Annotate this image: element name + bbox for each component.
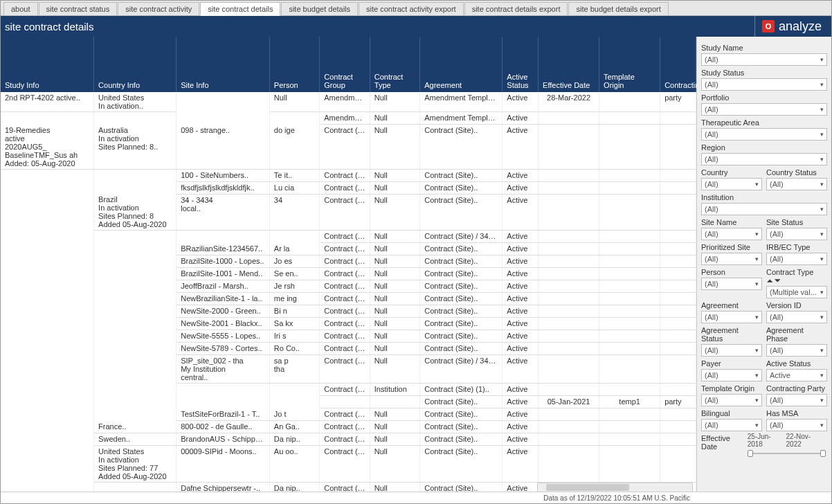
filter-select-therapeutic-area[interactable]: (All)▾ [701, 128, 827, 141]
cell-party [660, 318, 696, 330]
table-row[interactable]: Contract (Site)..Active05-Jan-2021temp1p… [1, 396, 696, 408]
cell-eff [539, 112, 599, 125]
table-row[interactable]: Contract (Site)..InstitutionContract (Si… [1, 384, 696, 396]
filter-select-prioritized-site[interactable]: (All)▾ [701, 253, 762, 265]
table-row[interactable]: 100 - SiteNumbers..Te it..Contract (Si..… [1, 169, 696, 181]
cell-party [660, 169, 696, 181]
cell-cg: Contract (Si.. [320, 446, 370, 483]
filter-label: Region [701, 143, 827, 152]
cell-eff: 05-Jan-2021 [539, 396, 599, 408]
table-row[interactable]: NewSite-5789 - Cortes..Ro Co..Contract (… [1, 343, 696, 355]
page-title: site contract details [1, 21, 754, 33]
cell-site [177, 231, 270, 243]
filter-select-agreement-phase[interactable]: (All)▾ [766, 344, 827, 357]
table-row[interactable]: JeoffBrazil - Marsh..Je rshContract (Si.… [1, 280, 696, 293]
tab-site-budget-details[interactable]: site budget details [281, 2, 358, 15]
status-text: Data as of 12/19/2022 10:05:51 AM U.S. P… [543, 494, 690, 502]
filter-select-person[interactable]: (All)▾ [701, 278, 762, 290]
tab-site-budget-details-export[interactable]: site budget details export [568, 2, 668, 15]
cell-country: Australia In activation Sites Planned: 8… [94, 125, 177, 170]
filter-select-study-name[interactable]: (All)▾ [701, 53, 827, 66]
filter-select-template-origin[interactable]: (All)▾ [701, 394, 762, 406]
table-row[interactable]: TestSiteForBrazil-1 - T..Jo tContract (S… [1, 408, 696, 421]
cell-agr: Contract (Site).. [420, 330, 503, 343]
table-row[interactable]: NewSite-2001 - Blackx..Sa kxContract (Si… [1, 318, 696, 330]
cell-tmpl [599, 231, 660, 243]
column-header[interactable]: Contracting [660, 37, 696, 92]
effective-date-slider[interactable]: 25-Jun-201822-Nov-2022 [746, 433, 827, 458]
tab-site-contract-status[interactable]: site contract status [39, 2, 118, 15]
cell-country [94, 243, 177, 255]
table-row[interactable]: Brazil In activation Sites Planned: 8 Ad… [1, 194, 696, 231]
cell-study: 2nd RPT-4202 active.. [1, 92, 94, 112]
cell-active: Active [503, 268, 539, 280]
analyze-button[interactable]: O analyze [754, 16, 831, 37]
filter-select-country-status[interactable]: (All)▾ [766, 178, 827, 190]
column-header[interactable]: Site Info [177, 37, 270, 92]
filter-select-irb-ec-type[interactable]: (All)▾ [766, 253, 827, 265]
column-header[interactable]: Effective Date [539, 37, 599, 92]
column-header[interactable]: Contract Type [370, 37, 419, 92]
column-header[interactable]: Agreement [420, 37, 503, 92]
column-header[interactable]: Country Info [94, 37, 177, 92]
filter-select-bilingual[interactable]: (All)▾ [701, 419, 762, 431]
filter-select-has-msa[interactable]: (All)▾ [766, 419, 827, 431]
filter-select-contracting-party[interactable]: (All)▾ [766, 394, 827, 406]
table-row[interactable]: NewSite-2000 - Green..Bi nContract (Si..… [1, 305, 696, 318]
table-row[interactable]: Sweden..BrandonAUS - Schipper..Da nip..C… [1, 433, 696, 446]
filter-select-institution[interactable]: (All)▾ [701, 203, 827, 215]
table-row[interactable]: Amendmen..NullAmendment Templat..Active [1, 112, 696, 125]
tab-about[interactable]: about [3, 2, 38, 15]
table-row[interactable]: BrazilSite-1001 - Mend..Se en..Contract … [1, 268, 696, 280]
table-row[interactable]: SIP_site_002 - tha My Institution centra… [1, 355, 696, 384]
cell-eff [539, 446, 599, 483]
filter-select-contract-type-[interactable]: (Multiple val...▾ [766, 286, 827, 298]
filter-select-country[interactable]: (All)▾ [701, 178, 762, 190]
horizontal-scrollbar[interactable] [537, 483, 693, 492]
cell-party [660, 268, 696, 280]
tab-site-contract-activity-export[interactable]: site contract activity export [359, 2, 464, 15]
cell-study [1, 330, 94, 343]
filter-select-region[interactable]: (All)▾ [701, 153, 827, 165]
table-row[interactable]: United States In activation Sites Planne… [1, 446, 696, 483]
table-row[interactable]: fksdfjslkfjslkdfjskldfjk..Lu ciaContract… [1, 181, 696, 194]
table-row[interactable]: France..800-002 - de Gaulle..An Ga..Cont… [1, 421, 696, 433]
slider-handle-max[interactable] [820, 450, 826, 457]
table-row[interactable]: NewBrazilianSite-1 - la..me ingContract … [1, 293, 696, 305]
table-row[interactable]: BrazilSite-1000 - Lopes..Jo esContract (… [1, 255, 696, 268]
column-header[interactable]: Person [269, 37, 319, 92]
chevron-down-icon: ▾ [820, 181, 824, 188]
chevron-down-icon: ▾ [755, 372, 759, 379]
table-row[interactable]: 2nd RPT-4202 active..United States In ac… [1, 92, 696, 112]
filter-select-agreement-status[interactable]: (All)▾ [701, 344, 762, 357]
filter-select-site-status[interactable]: (All)▾ [766, 228, 827, 240]
filter-select-payer[interactable]: (All)▾ [701, 369, 762, 381]
slider-handle-min[interactable] [748, 450, 753, 457]
cell-cg: Contract (Si.. [320, 125, 370, 170]
filter-select-site-name[interactable]: (All)▾ [701, 228, 762, 240]
table-row[interactable]: Contract (Si..NullContract (Site) / 3434… [1, 231, 696, 243]
column-header[interactable]: Study Info [1, 37, 94, 92]
filter-label: Version ID [766, 301, 827, 309]
tab-site-contract-activity[interactable]: site contract activity [118, 2, 199, 15]
filter-select-version-id[interactable]: (All)▾ [766, 311, 827, 323]
table-row[interactable]: NewSite-5555 - Lopes..Iri sContract (Si.… [1, 330, 696, 343]
filter-select-active-status[interactable]: Active▾ [766, 369, 827, 381]
chevron-down-icon: ▾ [820, 347, 824, 354]
contract-details-table[interactable]: Study InfoCountry InfoSite InfoPersonCon… [1, 37, 696, 492]
cell-eff [539, 181, 599, 194]
tab-site-contract-details-export[interactable]: site contract details export [464, 2, 568, 15]
cell-person: Lu cia [269, 181, 319, 194]
cell-study [1, 268, 94, 280]
cell-cg: Contract (Si.. [320, 293, 370, 305]
column-header[interactable]: Template Origin [599, 37, 660, 92]
filter-select-portfolio[interactable]: (All)▾ [701, 103, 827, 116]
tab-site-contract-details[interactable]: site contract details [200, 2, 280, 16]
cell-agr: Contract (Site).. [420, 255, 503, 268]
filter-select-agreement[interactable]: (All)▾ [701, 311, 762, 323]
filter-select-study-status[interactable]: (All)▾ [701, 78, 827, 91]
table-row[interactable]: 19-Remedies active 2020AUG5_ BaselineTMF… [1, 125, 696, 170]
column-header[interactable]: Contract Group [320, 37, 370, 92]
column-header[interactable]: Active Status [503, 37, 539, 92]
table-row[interactable]: BRazilianSite-1234567..Ar laContract (Si… [1, 243, 696, 255]
